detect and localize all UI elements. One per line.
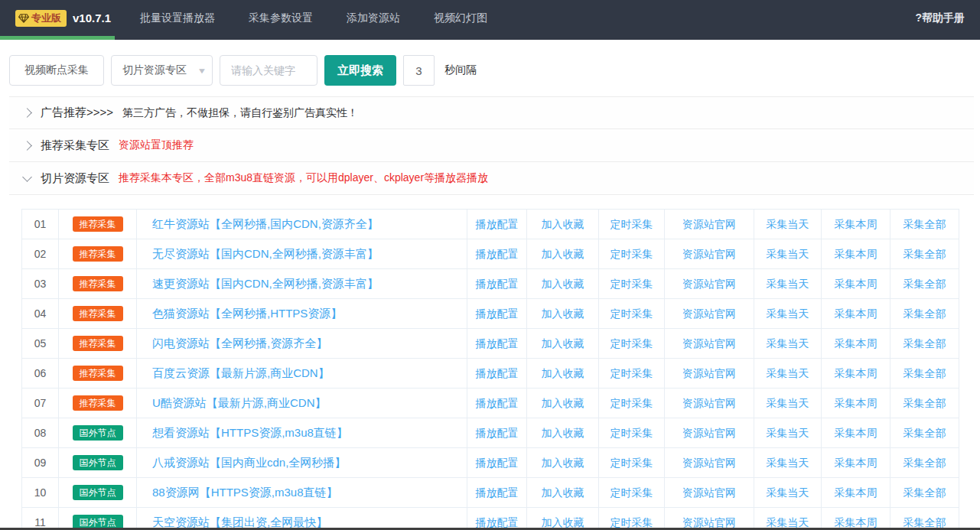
action-play-config-link[interactable]: 播放配置 [476,367,519,379]
action-schedule-collect-link[interactable]: 定时采集 [610,516,653,528]
action-collect-all-link[interactable]: 采集全部 [903,516,946,528]
action-collect-all-link[interactable]: 采集全部 [903,427,946,439]
action-play-config-link[interactable]: 播放配置 [476,307,519,320]
action-collect-all-link[interactable]: 采集全部 [903,218,946,230]
action-collect-week-link[interactable]: 采集本周 [835,486,877,499]
resource-name-link[interactable]: 百度云资源【最新片源,商业CDN】 [152,366,330,379]
action-play-config-link[interactable]: 播放配置 [476,486,519,499]
resource-name-link[interactable]: 88资源网【HTTPS资源,m3u8直链】 [152,486,338,499]
action-add-favorite-link[interactable]: 加入收藏 [542,427,584,439]
action-collect-week-link[interactable]: 采集本周 [835,337,877,350]
action-collect-today-link[interactable]: 采集当天 [767,278,809,290]
action-collect-today-link[interactable]: 采集当天 [767,457,809,469]
help-manual-link[interactable]: ?帮助手册 [915,11,965,25]
resource-name-link[interactable]: 闪电资源站【全网秒播,资源齐全】 [152,337,327,350]
action-play-config-link[interactable]: 播放配置 [476,248,519,260]
action-collect-today-link[interactable]: 采集当天 [767,337,809,350]
action-collect-today-link[interactable]: 采集当天 [767,397,809,409]
section-ad-recommend[interactable]: 广告推荐>>>> 第三方广告，不做担保，请自行鉴别广告真实性！ [9,96,974,129]
action-play-config-link[interactable]: 播放配置 [476,337,519,350]
nav-item-add-resource-site[interactable]: 添加资源站 [347,11,400,25]
resource-name-link[interactable]: 无尽资源站【国内CDN,全网秒播,资源丰富】 [152,247,379,260]
action-add-favorite-link[interactable]: 加入收藏 [542,278,584,290]
action-site-homepage-link[interactable]: 资源站官网 [682,218,736,230]
section-slice-zone[interactable]: 切片资源专区 推荐采集本专区，全部m3u8直链资源，可以用dplayer、ckp… [9,162,974,195]
resource-name-link[interactable]: 速更资源站【国内CDN,全网秒播,资源丰富】 [152,277,379,290]
action-collect-today-link[interactable]: 采集当天 [767,516,809,528]
action-collect-today-link[interactable]: 采集当天 [767,486,809,499]
keyword-input[interactable] [220,55,317,86]
action-add-favorite-link[interactable]: 加入收藏 [542,486,584,499]
action-play-config-link[interactable]: 播放配置 [476,516,519,528]
action-add-favorite-link[interactable]: 加入收藏 [542,367,584,379]
action-play-config-link[interactable]: 播放配置 [476,457,519,469]
action-add-favorite-link[interactable]: 加入收藏 [542,516,584,528]
action-collect-week-link[interactable]: 采集本周 [835,367,877,379]
action-collect-week-link[interactable]: 采集本周 [835,457,877,469]
action-collect-week-link[interactable]: 采集本周 [835,397,877,409]
action-collect-today-link[interactable]: 采集当天 [767,427,809,439]
action-play-config-link[interactable]: 播放配置 [476,278,519,290]
action-schedule-collect-link[interactable]: 定时采集 [610,457,653,469]
action-schedule-collect-link[interactable]: 定时采集 [610,218,653,230]
action-site-homepage-link[interactable]: 资源站官网 [682,486,736,499]
action-site-homepage-link[interactable]: 资源站官网 [682,248,736,260]
zone-select[interactable]: 切片资源专区 ▼ [111,55,213,86]
action-play-config-link[interactable]: 播放配置 [476,427,519,439]
action-schedule-collect-link[interactable]: 定时采集 [610,337,653,350]
action-site-homepage-link[interactable]: 资源站官网 [682,427,736,439]
resource-name-link[interactable]: 八戒资源站【国内商业cdn,全网秒播】 [152,456,346,469]
action-collect-today-link[interactable]: 采集当天 [767,307,809,320]
resource-name-link[interactable]: 天空资源站【集团出资,全网最快】 [152,515,327,528]
action-collect-today-link[interactable]: 采集当天 [767,218,809,230]
action-schedule-collect-link[interactable]: 定时采集 [610,427,653,439]
action-schedule-collect-link[interactable]: 定时采集 [610,248,653,260]
action-site-homepage-link[interactable]: 资源站官网 [682,278,736,290]
action-site-homepage-link[interactable]: 资源站官网 [682,307,736,320]
action-schedule-collect-link[interactable]: 定时采集 [610,278,653,290]
action-site-homepage-link[interactable]: 资源站官网 [682,367,736,379]
action-collect-all-link[interactable]: 采集全部 [903,248,946,260]
action-collect-all-link[interactable]: 采集全部 [903,486,946,499]
nav-item-batch-player-settings[interactable]: 批量设置播放器 [140,11,215,25]
action-collect-week-link[interactable]: 采集本周 [835,427,877,439]
action-schedule-collect-link[interactable]: 定时采集 [610,367,653,379]
resource-name-link[interactable]: 红牛资源站【全网秒播,国内CDN,资源齐全】 [152,217,379,230]
action-add-favorite-link[interactable]: 加入收藏 [542,307,584,320]
action-play-config-link[interactable]: 播放配置 [476,397,519,409]
action-schedule-collect-link[interactable]: 定时采集 [610,397,653,409]
action-collect-all-link[interactable]: 采集全部 [903,397,946,409]
resource-name-link[interactable]: U酷资源站【最新片源,商业CDN】 [152,396,327,409]
action-add-favorite-link[interactable]: 加入收藏 [542,337,584,350]
action-collect-week-link[interactable]: 采集本周 [835,307,877,320]
action-collect-all-link[interactable]: 采集全部 [903,337,946,350]
action-collect-week-link[interactable]: 采集本周 [835,516,877,528]
resource-name-link[interactable]: 色猫资源站【全网秒播,HTTPS资源】 [152,307,342,320]
search-now-button[interactable]: 立即搜索 [324,55,396,86]
action-site-homepage-link[interactable]: 资源站官网 [682,337,736,350]
action-collect-week-link[interactable]: 采集本周 [835,248,877,260]
action-collect-today-link[interactable]: 采集当天 [767,367,809,379]
action-site-homepage-link[interactable]: 资源站官网 [682,457,736,469]
action-add-favorite-link[interactable]: 加入收藏 [542,397,584,409]
action-collect-week-link[interactable]: 采集本周 [835,278,877,290]
action-collect-week-link[interactable]: 采集本周 [835,218,877,230]
action-add-favorite-link[interactable]: 加入收藏 [542,218,584,230]
action-site-homepage-link[interactable]: 资源站官网 [682,397,736,409]
interval-seconds-input[interactable] [403,55,435,86]
action-play-config-link[interactable]: 播放配置 [476,218,519,230]
action-add-favorite-link[interactable]: 加入收藏 [542,457,584,469]
action-schedule-collect-link[interactable]: 定时采集 [610,486,653,499]
nav-item-video-slideshow[interactable]: 视频幻灯图 [434,11,487,25]
section-recommend-zone[interactable]: 推荐采集专区 资源站置顶推荐 [9,129,974,162]
action-site-homepage-link[interactable]: 资源站官网 [682,516,736,528]
action-collect-all-link[interactable]: 采集全部 [903,307,946,320]
action-collect-all-link[interactable]: 采集全部 [903,278,946,290]
action-collect-all-link[interactable]: 采集全部 [903,457,946,469]
action-add-favorite-link[interactable]: 加入收藏 [542,248,584,260]
action-schedule-collect-link[interactable]: 定时采集 [610,307,653,320]
action-collect-today-link[interactable]: 采集当天 [767,248,809,260]
resume-collect-button[interactable]: 视频断点采集 [9,55,104,86]
action-collect-all-link[interactable]: 采集全部 [903,367,946,379]
resource-name-link[interactable]: 想看资源站【HTTPS资源,m3u8直链】 [152,426,348,439]
